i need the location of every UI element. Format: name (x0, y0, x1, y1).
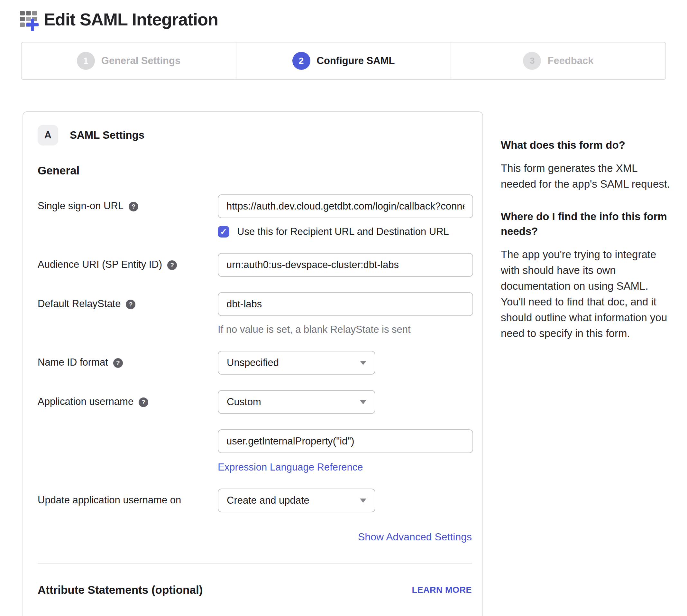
audience-uri-label: Audience URI (SP Entity ID) (38, 259, 162, 270)
relay-state-field: If no value is set, a blank RelayState i… (218, 292, 473, 335)
step-2-circle: 2 (292, 52, 311, 70)
attribute-statements-title: Attribute Statements (optional) (38, 584, 203, 596)
application-username-field: Custom (218, 390, 472, 414)
caret-down-icon (360, 400, 366, 404)
sidebar-heading-where: Where do I find the info this form needs… (501, 209, 672, 239)
update-username-select[interactable]: Create and update (218, 488, 375, 512)
application-username-label: Application username (38, 396, 134, 408)
relay-state-row: Default RelayState If no value is set, a… (38, 292, 472, 335)
section-a-badge: A (38, 125, 58, 146)
custom-expression-spacer (38, 429, 218, 473)
help-icon[interactable] (167, 260, 177, 270)
help-sidebar: What does this form do? This form genera… (501, 111, 672, 358)
update-username-field: Create and update (218, 488, 472, 512)
custom-expression-row: Expression Language Reference (38, 429, 472, 473)
relay-state-label: Default RelayState (38, 298, 121, 310)
sidebar-heading-what: What does this form do? (501, 138, 672, 153)
sidebar-para-where: The app you're trying to integrate with … (501, 246, 672, 341)
help-icon[interactable] (113, 358, 123, 368)
help-icon[interactable] (139, 397, 148, 407)
step-1-label: General Settings (101, 55, 180, 67)
recipient-destination-checkbox-row: Use this for Recipient URL and Destinati… (218, 226, 473, 238)
relay-state-input[interactable] (218, 292, 473, 316)
section-divider (38, 563, 472, 564)
wizard-stepper: 1 General Settings 2 Configure SAML 3 Fe… (21, 42, 666, 80)
custom-expression-input[interactable] (218, 429, 473, 453)
saml-app-grid-icon (20, 9, 41, 29)
sidebar-para-what: This form generates the XML needed for t… (501, 160, 672, 192)
page-header: Edit SAML Integration (0, 0, 687, 29)
sso-url-row: Single sign-on URL Use this for Recipien… (38, 194, 472, 238)
step-configure-saml[interactable]: 2 Configure SAML (236, 43, 451, 79)
name-id-format-row: Name ID format Unspecified (38, 351, 472, 375)
expression-language-reference-link[interactable]: Expression Language Reference (218, 462, 363, 473)
step-feedback[interactable]: 3 Feedback (451, 43, 665, 79)
name-id-format-value: Unspecified (227, 357, 279, 369)
application-username-select[interactable]: Custom (218, 390, 375, 414)
caret-down-icon (360, 361, 366, 365)
content-area: A SAML Settings General Single sign-on U… (23, 111, 687, 616)
show-advanced-settings-link[interactable]: Show Advanced Settings (358, 531, 472, 543)
name-id-format-select[interactable]: Unspecified (218, 351, 375, 375)
sso-url-label-wrap: Single sign-on URL (38, 194, 218, 238)
step-2-label: Configure SAML (317, 55, 395, 67)
application-username-label-wrap: Application username (38, 390, 218, 414)
panel-header: A SAML Settings (38, 125, 472, 146)
recipient-destination-checkbox-label: Use this for Recipient URL and Destinati… (237, 226, 449, 238)
page-title: Edit SAML Integration (44, 9, 218, 29)
audience-uri-field (218, 253, 473, 277)
update-username-row: Update application username on Create an… (38, 488, 472, 512)
name-id-format-label: Name ID format (38, 357, 108, 368)
general-section-title: General (38, 164, 472, 177)
recipient-destination-checkbox[interactable] (218, 226, 229, 238)
sso-url-field: Use this for Recipient URL and Destinati… (218, 194, 473, 238)
update-username-label-wrap: Update application username on (38, 488, 218, 512)
help-icon[interactable] (129, 202, 138, 212)
panel-title: SAML Settings (70, 129, 144, 141)
application-username-value: Custom (227, 396, 261, 408)
audience-uri-label-wrap: Audience URI (SP Entity ID) (38, 253, 218, 277)
plus-icon (26, 19, 39, 31)
show-advanced-row: Show Advanced Settings (38, 531, 472, 543)
name-id-format-field: Unspecified (218, 351, 472, 375)
caret-down-icon (360, 499, 366, 503)
attribute-statements-header: Attribute Statements (optional) LEARN MO… (38, 584, 472, 596)
saml-settings-card: A SAML Settings General Single sign-on U… (23, 111, 483, 616)
learn-more-link[interactable]: LEARN MORE (412, 585, 472, 595)
step-3-label: Feedback (547, 55, 593, 67)
help-icon[interactable] (126, 300, 135, 309)
update-username-label: Update application username on (38, 494, 181, 506)
relay-state-helper: If no value is set, a blank RelayState i… (218, 324, 473, 335)
application-username-row: Application username Custom (38, 390, 472, 414)
name-id-format-label-wrap: Name ID format (38, 351, 218, 375)
step-general-settings[interactable]: 1 General Settings (22, 43, 236, 79)
step-1-circle: 1 (77, 52, 95, 70)
sso-url-input[interactable] (218, 194, 473, 218)
sso-url-label: Single sign-on URL (38, 200, 123, 212)
custom-expression-field: Expression Language Reference (218, 429, 473, 473)
audience-uri-row: Audience URI (SP Entity ID) (38, 253, 472, 277)
step-3-circle: 3 (523, 52, 541, 70)
audience-uri-input[interactable] (218, 253, 473, 277)
update-username-value: Create and update (227, 495, 310, 506)
relay-state-label-wrap: Default RelayState (38, 292, 218, 335)
